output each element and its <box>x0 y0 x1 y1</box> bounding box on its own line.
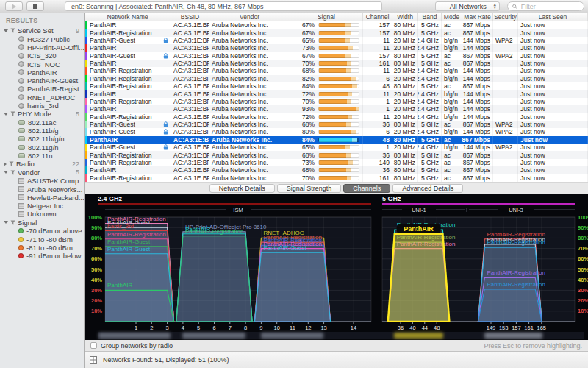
table-row[interactable]: PanthAIRAC:A3:1E:BF:...Aruba Networks In… <box>85 136 588 144</box>
table-row[interactable]: PanthAIR-RegistrationAC:A3:1E:BF:...Arub… <box>85 29 588 36</box>
sidebar-section-vendor[interactable]: Vendor5 <box>0 169 84 177</box>
sidebar-item-rnet-adhoc[interactable]: RNET_ADHOC <box>0 93 84 102</box>
sidebar-item-icis-noc[interactable]: ICIS_NOC <box>0 60 84 68</box>
sidebar-item-icis-320[interactable]: ICIS_320 <box>0 52 84 60</box>
table-row[interactable]: PanthAIR-RegistrationAC:A3:1E:BF:...Arub… <box>85 67 588 74</box>
column-header-width[interactable]: Width <box>392 13 418 21</box>
sidebar-item-hp-print-ad-offi[interactable]: HP-Print-AD-Offi... <box>0 43 84 52</box>
sidebar-item-hewlett-packard[interactable]: Hewlett-Packard... <box>0 194 84 202</box>
scan-stop-button[interactable] <box>26 1 44 11</box>
cell-signal: 70% <box>290 60 363 67</box>
network-curve-panthair-guest[interactable] <box>254 252 330 322</box>
column-header-last-seen[interactable]: Last Seen <box>518 13 588 21</box>
network-curve-panthair[interactable] <box>98 290 173 322</box>
disclosure-triangle-icon[interactable] <box>4 221 8 224</box>
column-header-channel[interactable]: Channel <box>363 13 392 21</box>
cell-width: 20 MHz <box>392 75 418 82</box>
cell-mode: ac <box>442 52 462 60</box>
cell-last_seen: Just now <box>518 52 588 60</box>
column-header-vendor[interactable]: Vendor <box>209 13 290 21</box>
table-row[interactable]: PanthAIR-GuestAC:A3:1E:BF:...Aruba Netwo… <box>85 121 588 128</box>
cell-mode: ac <box>442 29 462 36</box>
disclosure-triangle-icon[interactable] <box>4 29 8 32</box>
signal-bar <box>318 99 359 104</box>
sidebar-item-netgear-inc[interactable]: Netgear Inc. <box>0 202 84 210</box>
sidebar-item-hc327-public[interactable]: HC327 Public <box>0 35 84 43</box>
network-name: PanthAIR <box>90 21 116 29</box>
table-row[interactable]: PanthAIR-RegistrationAC:A3:1E:BF:...Arub… <box>85 113 588 121</box>
column-header-network-name[interactable]: Network Name <box>85 13 171 21</box>
sidebar-item-802-11n[interactable]: 802.11n <box>0 152 84 160</box>
column-header-signal[interactable]: Signal <box>290 13 363 21</box>
column-header-max-rate[interactable]: Max Rate <box>462 13 493 21</box>
network-label-panthair-registration: PanthAIR-Registration <box>487 269 545 276</box>
table-row[interactable]: PanthAIR-RegistrationAC:A3:1E:BF:...Arub… <box>85 159 588 166</box>
network-curve-panthair-registration[interactable] <box>176 236 252 322</box>
filter-search-field[interactable] <box>507 1 584 11</box>
table-row[interactable]: PanthAIRAC:A3:1E:BF:...Aruba Networks In… <box>85 44 588 52</box>
signal-bar <box>318 145 359 149</box>
signal-percent: 68% <box>293 121 315 128</box>
network-name: PanthAIR <box>90 91 116 98</box>
y-tick-right: 60% <box>578 255 588 262</box>
sidebar-item-asustek-comp[interactable]: ASUSTeK Comp... <box>0 177 84 185</box>
table-row[interactable]: PanthAIR-RegistrationAC:A3:1E:BF:...Arub… <box>85 151 588 158</box>
tab-channels[interactable]: Channels <box>343 184 390 193</box>
column-header-bssid[interactable]: BSSID <box>171 13 209 21</box>
cell-name: PanthAIR-Registration <box>87 67 171 74</box>
cell-vendor: Aruba Networks Inc. <box>209 90 290 97</box>
filter-input[interactable] <box>520 2 579 11</box>
network-filter-dropdown[interactable]: All Networks ▲▼ <box>435 1 500 11</box>
sidebar-section-phy-mode[interactable]: PHY Mode5 <box>0 110 84 118</box>
table-row[interactable]: PanthAIRAC:A3:1E:BF:...Aruba Networks In… <box>85 90 588 97</box>
table-row[interactable]: PanthAIR-RegistrationAC:A3:1E:BF:...Arub… <box>85 82 588 90</box>
column-header-security[interactable]: Security <box>493 13 518 21</box>
phy-icon <box>18 128 25 133</box>
sidebar-item-harris-3rd[interactable]: harris_3rd <box>0 102 84 110</box>
tab-signal-strength[interactable]: Signal Strength <box>277 184 342 193</box>
sidebar-item-aruba-networks[interactable]: Aruba Networks... <box>0 185 84 193</box>
sidebar-section-radio[interactable]: Radio22 <box>0 160 84 169</box>
disclosure-triangle-icon[interactable] <box>4 113 8 116</box>
table-row[interactable]: PanthAIR-GuestAC:A3:1E:BF:...Aruba Netwo… <box>85 52 588 60</box>
scan-play-button[interactable] <box>5 1 23 11</box>
table-row[interactable]: PanthAIR-RegistrationAC:A3:1E:BF:...Arub… <box>85 98 588 105</box>
sidebar-item-panthair[interactable]: PanthAIR <box>0 68 84 77</box>
column-header-mode[interactable]: Mode <box>442 13 462 21</box>
table-row[interactable]: PanthAIRAC:A3:1E:BF:...Aruba Networks In… <box>85 60 588 67</box>
sidebar-section-service-set[interactable]: Service Set9 <box>0 26 84 35</box>
sidebar-section-signal[interactable]: Signal <box>0 219 84 227</box>
table-row[interactable]: PanthAIR-GuestAC:A3:1E:BF:...Aruba Netwo… <box>85 37 588 44</box>
table-row[interactable]: PanthAIR-RegistrationAC:A3:1E:BF:...Arub… <box>85 75 588 82</box>
toolbar: en0: Scanning | Associated: PanthAIR, Ch… <box>0 0 588 13</box>
sidebar-item-unknown[interactable]: Unknown <box>0 210 84 218</box>
network-curve-panthair[interactable] <box>388 234 450 322</box>
network-label-harris-3rd: harris_3rd <box>107 223 134 230</box>
sidebar-item-panthair-guest[interactable]: PanthAIR-Guest <box>0 77 84 85</box>
sidebar-item-802-11g-n[interactable]: 802.11g/n <box>0 144 84 152</box>
cell-last_seen: Just now <box>518 128 588 135</box>
table-row[interactable]: PanthAIRAC:A3:1E:BF:...Aruba Networks In… <box>85 105 588 113</box>
column-header-band[interactable]: Band <box>418 13 442 21</box>
group-by-radio-checkbox[interactable] <box>90 342 97 349</box>
table-row[interactable]: PanthAIRAC:A3:1E:BF:...Aruba Networks In… <box>85 21 588 29</box>
sidebar-item-802-11b-g-n[interactable]: 802.11b/g/n <box>0 135 84 143</box>
grid-view-icon[interactable] <box>90 356 97 364</box>
disclosure-triangle-icon[interactable] <box>4 162 7 166</box>
table-row[interactable]: PanthAIRAC:A3:1E:BF:...Aruba Networks In… <box>85 166 588 174</box>
table-row[interactable]: PanthAIR-GuestAC:A3:1E:BF:...Aruba Netwo… <box>85 128 588 135</box>
disclosure-triangle-icon[interactable] <box>4 171 8 174</box>
table-row[interactable]: PanthAIR-RegistrationAC:A3:1E:BF:...Arub… <box>85 174 588 182</box>
tab-network-details[interactable]: Network Details <box>209 184 275 193</box>
sidebar-item-label: 802.11b/g/n <box>28 135 64 143</box>
cell-max_rate: 867 Mbps <box>462 121 493 128</box>
network-curve-panthair-registration[interactable] <box>478 289 542 322</box>
cell-band: 5 GHz <box>418 60 442 67</box>
sidebar-item-802-11b-g[interactable]: 802.11b/g <box>0 127 84 135</box>
cell-mode: ac <box>442 121 462 128</box>
tab-advanced-details[interactable]: Advanced Details <box>392 184 463 193</box>
cell-last_seen: Just now <box>518 37 588 44</box>
table-row[interactable]: PanthAIR-GuestAC:A3:1E:BF:...Aruba Netwo… <box>85 144 588 151</box>
sidebar-item-802-11ac[interactable]: 802.11ac <box>0 118 84 127</box>
sidebar-item-panthair-regist[interactable]: PanthAIR-Regist... <box>0 85 84 93</box>
